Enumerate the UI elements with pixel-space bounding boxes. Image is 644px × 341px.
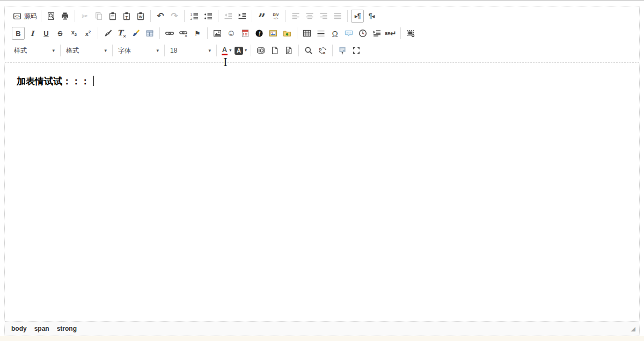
font-size-combo[interactable]: 18▾ xyxy=(167,44,214,57)
photo-gallery-button[interactable] xyxy=(267,27,280,40)
chevron-down-icon: ▾ xyxy=(156,48,159,53)
quick-panel-button[interactable] xyxy=(143,27,156,40)
editor-toolbar: <>源码✂TW↶↷12”DIV</>▸¶¶◂ BIUSx2x2T××⚑☺fΩBR… xyxy=(5,6,639,63)
insert-template-card-button[interactable] xyxy=(239,27,252,40)
toolbar-separator xyxy=(75,10,75,22)
new-page-button[interactable] xyxy=(268,44,281,57)
source-button[interactable]: <>源码 xyxy=(12,10,38,23)
paste-text-button[interactable]: T xyxy=(120,10,133,23)
toolbar-separator xyxy=(297,27,297,39)
bg-color-icon: A▾ xyxy=(235,45,247,56)
text-color-icon: A▾ xyxy=(222,45,231,56)
special-char-button[interactable]: Ω xyxy=(328,27,341,40)
unlink-button[interactable]: × xyxy=(177,27,190,40)
copy-formatting-button[interactable] xyxy=(101,27,114,40)
line-break-icon: BR↵ xyxy=(385,28,397,39)
upload-folder-icon xyxy=(282,28,292,39)
auto-format-brush-button[interactable] xyxy=(129,27,142,40)
flash-button[interactable]: f xyxy=(253,27,266,40)
toolbar-separator xyxy=(41,10,41,22)
remove-format-button[interactable]: T× xyxy=(115,27,128,40)
justify-block-button xyxy=(331,10,344,23)
italic-button[interactable]: I xyxy=(26,27,39,40)
smiley-icon: ☺ xyxy=(226,28,236,39)
background-color-button[interactable]: A▾ xyxy=(234,44,247,57)
file-upload-button[interactable] xyxy=(281,27,294,40)
bold-text: 加表情试试：：： xyxy=(17,76,90,86)
photo-icon xyxy=(268,28,278,39)
first-line-indent-button[interactable] xyxy=(370,27,383,40)
paste-icon xyxy=(108,11,118,21)
svg-text:b: b xyxy=(319,47,321,52)
strikethrough-button[interactable]: S xyxy=(54,27,67,40)
font-combo[interactable]: 字体▾ xyxy=(115,44,162,57)
copy-icon xyxy=(94,11,104,21)
indent-button[interactable] xyxy=(236,10,248,23)
bidi-ltr-icon: ▸¶ xyxy=(353,11,362,21)
toolbar-separator xyxy=(218,10,218,22)
code-widget-button[interactable] xyxy=(404,27,417,40)
find-button[interactable] xyxy=(302,44,315,57)
toolbar-row-1: <>源码✂TW↶↷12”DIV</>▸¶¶◂ xyxy=(11,9,634,23)
templates-icon xyxy=(284,45,294,56)
show-blocks-button[interactable] xyxy=(254,44,267,57)
toolbar-separator xyxy=(400,27,401,39)
underline-button[interactable]: U xyxy=(40,27,53,40)
page-bottom-strip xyxy=(0,336,644,341)
templates-button[interactable] xyxy=(282,44,295,57)
toolbar-separator xyxy=(60,45,61,56)
source-icon: <> xyxy=(12,11,22,21)
redo-icon: ↷ xyxy=(170,11,179,21)
preview-button[interactable] xyxy=(45,10,57,23)
format-combo[interactable]: 格式▾ xyxy=(63,44,109,57)
image-button[interactable] xyxy=(211,27,224,40)
bidi-rtl-button[interactable]: ¶◂ xyxy=(365,10,378,23)
table-button[interactable] xyxy=(301,27,313,40)
insert-time-button[interactable] xyxy=(356,27,369,40)
replace-button[interactable]: ba xyxy=(316,44,329,57)
line-break-button[interactable]: BR↵ xyxy=(384,27,397,40)
paste-button[interactable] xyxy=(106,10,119,23)
toolbar-separator xyxy=(184,10,185,22)
element-path-item-span[interactable]: span xyxy=(34,325,49,332)
toolbar-separator xyxy=(150,10,151,22)
element-path-item-body[interactable]: body xyxy=(11,325,27,332)
underline-icon: U xyxy=(41,28,51,39)
smiley-button[interactable]: ☺ xyxy=(225,27,238,40)
flash-icon: f xyxy=(254,28,264,39)
strike-icon: S xyxy=(55,28,65,39)
link-button[interactable] xyxy=(163,27,176,40)
styles-combo[interactable]: 样式▾ xyxy=(11,44,57,57)
unlink-icon: × xyxy=(179,28,188,39)
superscript-icon: x2 xyxy=(83,28,93,39)
text-color-button[interactable]: A▾ xyxy=(220,44,233,57)
bold-icon: B xyxy=(13,28,23,39)
bidi-ltr-button[interactable]: ▸¶ xyxy=(351,10,364,23)
numbered-list-icon: 12 xyxy=(189,11,199,21)
undo-button[interactable]: ↶ xyxy=(154,10,167,23)
anchor-flag-icon: ⚑ xyxy=(193,28,202,39)
subscript-button[interactable]: x2 xyxy=(68,27,80,40)
svg-text:T: T xyxy=(126,15,128,20)
paste-word-button[interactable]: W xyxy=(134,10,147,23)
chevron-down-icon: ▾ xyxy=(52,48,55,53)
resize-grip[interactable]: ◢ xyxy=(631,326,635,332)
anchor-button[interactable]: ⚑ xyxy=(191,27,204,40)
select-all-button[interactable] xyxy=(336,44,349,57)
subscript-icon: x2 xyxy=(69,28,79,39)
horizontal-rule-button[interactable] xyxy=(314,27,327,40)
maximize-button[interactable] xyxy=(350,44,363,57)
editing-area[interactable]: 加表情试试：：： xyxy=(5,63,639,321)
element-path-item-strong[interactable]: strong xyxy=(57,325,77,332)
comment-bubble-button[interactable] xyxy=(342,27,355,40)
blockquote-button[interactable]: ” xyxy=(255,10,268,23)
div-container-button[interactable]: DIV</> xyxy=(269,10,282,23)
superscript-button[interactable]: x2 xyxy=(82,27,94,40)
bulleted-list-button[interactable] xyxy=(202,10,215,23)
find-icon xyxy=(304,45,313,56)
bold-button[interactable]: B xyxy=(12,27,25,40)
show-blocks-icon xyxy=(256,45,266,56)
numbered-list-button[interactable]: 12 xyxy=(188,10,201,23)
comment-icon xyxy=(344,28,354,39)
print-button[interactable] xyxy=(58,10,71,23)
